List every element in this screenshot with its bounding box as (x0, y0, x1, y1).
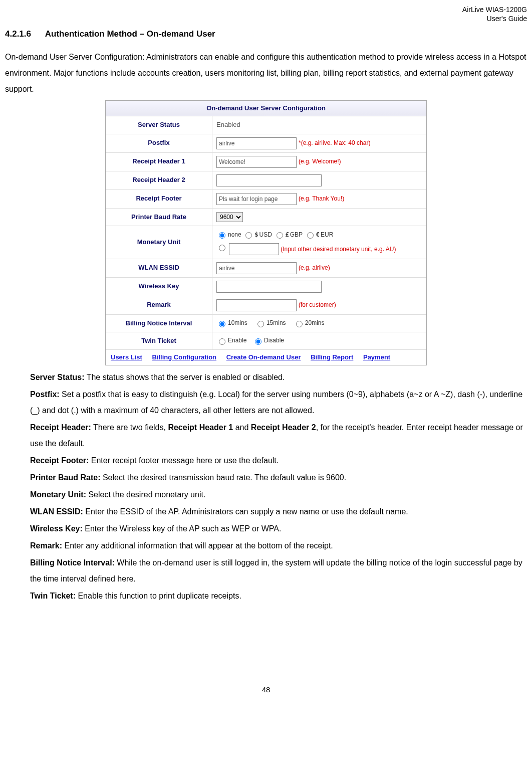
desc-twin: Twin Ticket: Enable this function to pri… (30, 588, 527, 604)
desc-wkey: Wireless Key: Enter the Wireless key of … (30, 521, 527, 537)
intro-paragraph: On-demand User Server Configuration: Adm… (5, 49, 527, 97)
radio-billnotice-15[interactable] (257, 321, 264, 327)
link-billing-config[interactable]: Billing Configuration (152, 353, 217, 361)
row-header2: Receipt Header 2 (106, 171, 426, 190)
label-billnotice: Billing Notice Interval (106, 315, 212, 332)
desc-monetary: Monetary Unit: Select the desired moneta… (30, 487, 527, 503)
radio-monetary-gbp[interactable] (277, 232, 283, 239)
row-twin: Twin Ticket Enable Disable (106, 332, 426, 350)
page-number: 48 (5, 684, 527, 695)
label-header1: Receipt Header 1 (106, 153, 212, 171)
hint-essid: (e.g. airlive) (299, 264, 330, 272)
desc-receipt-header: Receipt Header: There are two fields, Re… (30, 420, 527, 452)
radio-monetary-none[interactable] (219, 232, 225, 239)
input-monetary-other[interactable] (229, 243, 279, 255)
input-essid[interactable] (216, 262, 297, 274)
link-create-user[interactable]: Create On-demand User (226, 353, 301, 361)
row-postfix: Postfix *(e.g. airlive. Max: 40 char) (106, 134, 426, 153)
doc-title-line1: AirLive WIAS-1200G (462, 6, 527, 14)
value-server-status: Enabled (216, 120, 240, 129)
input-header1[interactable] (216, 156, 297, 168)
input-footer[interactable] (216, 193, 297, 205)
label-essid: WLAN ESSID (106, 259, 212, 277)
input-header2[interactable] (216, 174, 322, 186)
label-header2: Receipt Header 2 (106, 171, 212, 189)
desc-postfix: Postfix: Set a postfix that is easy to d… (30, 386, 527, 419)
label-baud: Printer Baud Rate (106, 209, 212, 226)
row-header1: Receipt Header 1 (e.g. Welcome!) (106, 153, 426, 171)
radio-monetary-other[interactable] (219, 245, 225, 251)
pound-icon: £ (286, 229, 289, 241)
label-postfix: Postfix (106, 134, 212, 152)
input-postfix[interactable] (216, 137, 297, 149)
section-title: Authentication Method – On-demand User (45, 29, 215, 39)
row-baud: Printer Baud Rate 9600 (106, 209, 426, 226)
row-server-status: Server Status Enabled (106, 116, 426, 134)
desc-essid: WLAN ESSID: Enter the ESSID of the AP. A… (30, 504, 527, 520)
row-monetary: Monetary Unit none $ USD £ GBP € EUR (In… (106, 226, 426, 259)
row-essid: WLAN ESSID (e.g. airlive) (106, 259, 426, 278)
hint-remark: (for customer) (299, 301, 336, 309)
hint-postfix: *(e.g. airlive. Max: 40 char) (299, 139, 370, 147)
config-panel: On-demand User Server Configuration Serv… (105, 100, 427, 365)
label-server-status: Server Status (106, 116, 212, 133)
euro-icon: € (316, 229, 320, 241)
label-monetary: Monetary Unit (106, 226, 212, 259)
row-footer: Receipt Footer (e.g. Thank You!) (106, 190, 426, 209)
desc-billnotice: Billing Notice Interval: While the on-de… (30, 555, 527, 587)
hint-footer: (e.g. Thank You!) (299, 194, 344, 203)
hint-header1: (e.g. Welcome!) (299, 157, 341, 166)
dollar-icon: $ (254, 229, 258, 241)
label-twin: Twin Ticket (106, 332, 212, 349)
label-wkey: Wireless Key (106, 278, 212, 296)
section-heading: 4.2.1.6 Authentication Method – On-deman… (5, 28, 527, 40)
desc-remark: Remark: Enter any additional information… (30, 538, 527, 554)
row-wkey: Wireless Key (106, 278, 426, 296)
label-footer: Receipt Footer (106, 190, 212, 208)
desc-server-status: Server Status: The status shows that the… (30, 369, 527, 385)
input-remark[interactable] (216, 299, 297, 311)
link-users-list[interactable]: Users List (111, 353, 142, 361)
link-payment[interactable]: Payment (363, 353, 390, 361)
select-baud[interactable]: 9600 (216, 212, 243, 222)
radio-monetary-eur[interactable] (307, 232, 314, 239)
doc-title-line2: User's Guide (487, 15, 527, 23)
desc-baud: Printer Baud Rate: Select the desired tr… (30, 470, 527, 486)
config-title: On-demand User Server Configuration (106, 101, 426, 116)
radio-billnotice-20[interactable] (296, 321, 303, 327)
radio-billnotice-10[interactable] (219, 321, 225, 327)
link-billing-report[interactable]: Billing Report (311, 353, 353, 361)
hint-monetary: (Input other desired monetary unit, e.g.… (281, 246, 396, 253)
radio-twin-enable[interactable] (219, 338, 225, 345)
radio-monetary-usd[interactable] (245, 232, 252, 239)
row-billnotice: Billing Notice Interval 10mins 15mins 20… (106, 315, 426, 332)
input-wkey[interactable] (216, 281, 322, 293)
config-bottom-links: Users List Billing Configuration Create … (106, 350, 426, 365)
row-remark: Remark (for customer) (106, 296, 426, 315)
label-remark: Remark (106, 296, 212, 314)
section-number: 4.2.1.6 (5, 29, 31, 39)
desc-receipt-footer: Receipt Footer: Enter receipt footer mes… (30, 453, 527, 469)
doc-header: AirLive WIAS-1200G User's Guide (5, 5, 527, 23)
radio-twin-disable[interactable] (255, 338, 261, 345)
descriptions-list: Server Status: The status shows that the… (5, 369, 527, 604)
